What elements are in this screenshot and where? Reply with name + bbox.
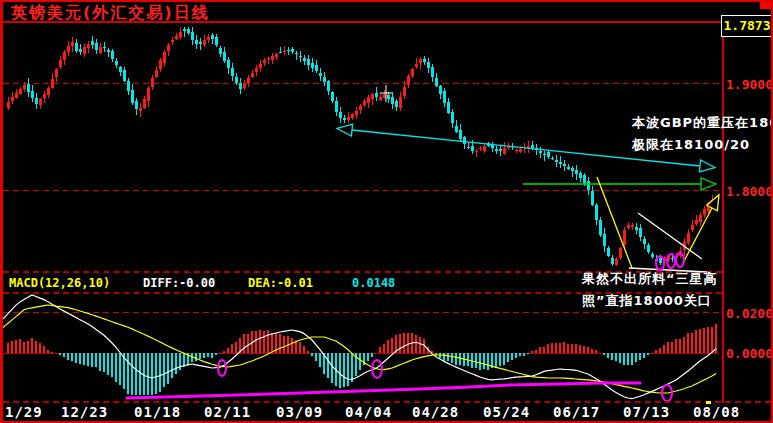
candle-up[interactable] bbox=[163, 52, 166, 63]
candle-down[interactable] bbox=[555, 160, 558, 162]
candle-down[interactable] bbox=[551, 158, 554, 159]
candles-group[interactable] bbox=[7, 27, 718, 266]
candle-up[interactable] bbox=[519, 149, 522, 152]
candle-down[interactable] bbox=[75, 43, 78, 51]
candle-down[interactable] bbox=[647, 245, 650, 252]
candle-down[interactable] bbox=[579, 173, 582, 178]
candle-down[interactable] bbox=[79, 49, 82, 52]
candle-down[interactable] bbox=[95, 43, 98, 50]
candle-down[interactable] bbox=[427, 62, 430, 68]
candle-up[interactable] bbox=[87, 44, 90, 49]
candle-up[interactable] bbox=[363, 101, 366, 105]
candle-down[interactable] bbox=[635, 227, 638, 230]
candle-up[interactable] bbox=[207, 37, 210, 40]
candle-down[interactable] bbox=[567, 167, 570, 169]
macd-cross-circle-1[interactable] bbox=[218, 360, 226, 376]
candle-up[interactable] bbox=[203, 40, 206, 45]
candle-down[interactable] bbox=[239, 83, 242, 89]
candle-up[interactable] bbox=[255, 68, 258, 72]
candle-up[interactable] bbox=[619, 248, 622, 258]
candle-down[interactable] bbox=[131, 90, 134, 103]
candle-up[interactable] bbox=[267, 58, 270, 59]
candle-down[interactable] bbox=[467, 147, 470, 148]
candle-down[interactable] bbox=[559, 162, 562, 164]
candle-down[interactable] bbox=[531, 145, 534, 148]
candle-up[interactable] bbox=[147, 88, 150, 101]
candle-up[interactable] bbox=[355, 111, 358, 115]
candle-down[interactable] bbox=[111, 51, 114, 59]
candle-down[interactable] bbox=[223, 52, 226, 61]
candle-up[interactable] bbox=[43, 94, 46, 98]
candle-down[interactable] bbox=[575, 170, 578, 174]
candle-down[interactable] bbox=[651, 254, 654, 257]
candle-down[interactable] bbox=[199, 42, 202, 44]
candle-down[interactable] bbox=[459, 130, 462, 139]
candle-down[interactable] bbox=[227, 60, 230, 68]
candle-up[interactable] bbox=[623, 230, 626, 245]
candle-down[interactable] bbox=[659, 258, 662, 263]
candle-down[interactable] bbox=[463, 137, 466, 144]
candle-down[interactable] bbox=[319, 73, 322, 76]
candle-up[interactable] bbox=[167, 45, 170, 51]
candle-down[interactable] bbox=[595, 205, 598, 220]
candle-down[interactable] bbox=[375, 93, 378, 97]
candle-up[interactable] bbox=[247, 78, 250, 83]
candle-up[interactable] bbox=[503, 148, 506, 154]
candle-down[interactable] bbox=[571, 168, 574, 172]
candle-down[interactable] bbox=[587, 181, 590, 190]
candle-down[interactable] bbox=[343, 118, 346, 120]
candle-down[interactable] bbox=[335, 101, 338, 112]
candle-down[interactable] bbox=[299, 56, 302, 57]
candle-down[interactable] bbox=[643, 239, 646, 244]
candle-down[interactable] bbox=[123, 70, 126, 81]
candle-down[interactable] bbox=[451, 112, 454, 123]
candle-up[interactable] bbox=[411, 69, 414, 76]
candle-down[interactable] bbox=[235, 77, 238, 83]
candle-up[interactable] bbox=[11, 97, 14, 101]
candle-down[interactable] bbox=[471, 146, 474, 151]
candle-down[interactable] bbox=[307, 59, 310, 64]
candle-down[interactable] bbox=[639, 228, 642, 237]
candle-down[interactable] bbox=[315, 65, 318, 72]
candle-down[interactable] bbox=[295, 53, 298, 54]
candle-up[interactable] bbox=[67, 46, 70, 52]
candle-down[interactable] bbox=[191, 32, 194, 40]
candle-down[interactable] bbox=[231, 68, 234, 76]
candle-up[interactable] bbox=[419, 59, 422, 63]
candle-up[interactable] bbox=[175, 36, 178, 39]
candle-up[interactable] bbox=[47, 88, 50, 95]
candle-up[interactable] bbox=[351, 114, 354, 117]
candle-up[interactable] bbox=[379, 97, 382, 100]
candle-down[interactable] bbox=[423, 59, 426, 62]
candle-up[interactable] bbox=[615, 259, 618, 265]
candle-up[interactable] bbox=[347, 117, 350, 120]
candle-up[interactable] bbox=[15, 93, 18, 98]
candle-down[interactable] bbox=[583, 175, 586, 183]
candle-down[interactable] bbox=[543, 154, 546, 155]
candle-up[interactable] bbox=[627, 225, 630, 228]
candle-down[interactable] bbox=[547, 152, 550, 157]
candle-up[interactable] bbox=[179, 32, 182, 37]
candle-down[interactable] bbox=[603, 234, 606, 247]
drop-line[interactable] bbox=[597, 177, 632, 268]
candle-down[interactable] bbox=[599, 220, 602, 235]
candle-down[interactable] bbox=[91, 41, 94, 45]
candle-down[interactable] bbox=[591, 191, 594, 204]
candle-down[interactable] bbox=[195, 40, 198, 44]
candle-up[interactable] bbox=[139, 108, 142, 112]
candle-down[interactable] bbox=[119, 67, 122, 72]
candle-up[interactable] bbox=[515, 150, 518, 151]
candle-up[interactable] bbox=[383, 94, 386, 98]
candle-down[interactable] bbox=[607, 248, 610, 256]
candle-up[interactable] bbox=[483, 146, 486, 151]
candle-down[interactable] bbox=[447, 102, 450, 113]
candle-up[interactable] bbox=[55, 69, 58, 76]
candle-down[interactable] bbox=[435, 78, 438, 86]
candle-up[interactable] bbox=[695, 220, 698, 224]
candle-down[interactable] bbox=[219, 48, 222, 54]
candle-up[interactable] bbox=[63, 52, 66, 60]
candle-down[interactable] bbox=[327, 81, 330, 92]
candle-down[interactable] bbox=[539, 151, 542, 153]
candle-up[interactable] bbox=[59, 60, 62, 67]
candle-down[interactable] bbox=[279, 52, 282, 53]
